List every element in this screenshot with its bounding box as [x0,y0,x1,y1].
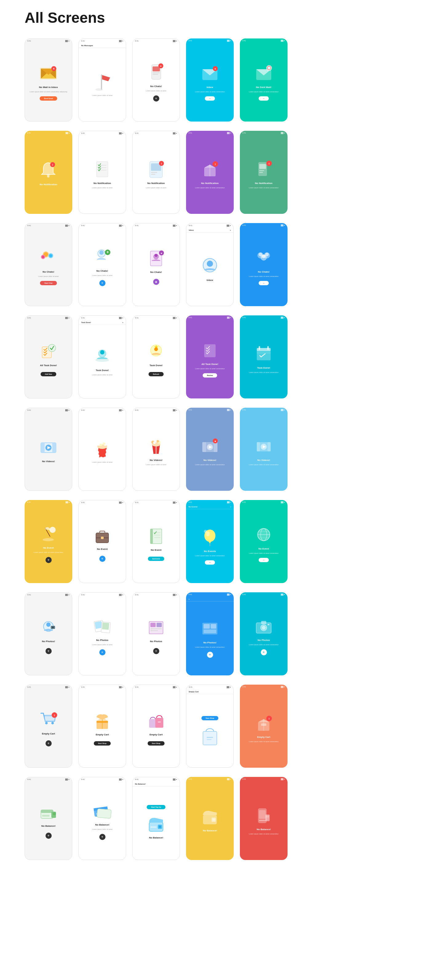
screen-desc: Lorem ipsum dolor sit amet consectetur [32,551,64,554]
card-empty-cart-orange: 9:41▓▓ ● ! Empty Cart Lorem ipsum [240,685,287,768]
fab-button[interactable]: + [153,95,159,102]
action-button[interactable]: ··· [205,96,215,100]
package-notification-illustration: ! [199,159,221,180]
svg-text:!: ! [269,717,270,720]
photo-viewer-illustration [199,618,221,640]
svg-point-165 [45,722,48,724]
phone-content: No Videos! Lorem ipsum dolor sit amet co… [240,412,287,491]
screen-title: No Event [151,549,162,552]
svg-rect-174 [155,718,163,728]
action-button[interactable]: ··· [259,558,269,562]
shopping-bags-illustration [146,710,167,731]
get-event-button[interactable]: Get Event [148,557,165,561]
card-no-balance-credit: 9:41▓▓ ● No Balance! Lorem ipsum dolor s… [78,777,126,860]
screen-title: No Balance! [257,828,271,831]
svg-rect-117 [268,442,271,451]
start-topup-button[interactable]: Start Top Up [147,805,165,809]
svg-point-77 [100,350,105,355]
status-bar: 9:41▓▓ ● [79,593,126,597]
fab-button[interactable]: + [46,557,52,563]
fab-button[interactable]: + [46,833,52,839]
action-button[interactable]: ··· [259,96,269,100]
svg-rect-149 [102,622,109,630]
fab-button[interactable]: + [46,740,52,746]
start-shop-button[interactable]: Start Shop [201,716,219,720]
fab-button[interactable]: + [99,834,105,840]
camera-man-illustration [38,617,59,638]
phone-content: ! No Notification Lorem ipsum dolor sit … [240,135,287,214]
screen-title: No Photos! [203,641,217,644]
start-shop-button[interactable]: Start Shop [148,741,165,746]
fab-button[interactable]: + [261,649,267,655]
photo-book-illustration [146,617,167,638]
screen-desc: Lorem ipsum dolor sit amet consectetur [247,187,279,189]
svg-point-145 [52,627,54,628]
phone-content: No Videos! Lorem ipsum dolor sit amet [133,412,179,490]
screen-desc: Lorem ipsum dolor sit amet consectetur [247,833,279,835]
phone-content: ! No Notification Lorem ipsum dolor sit … [186,135,234,214]
status-bar: 9:41▓▓ ● [133,777,179,781]
status-bar: 9:41▓▓ ● [79,316,126,320]
refresh-button[interactable]: Refresh [149,372,163,376]
screen-title: No Photos [258,639,270,642]
fab-button[interactable]: + [99,556,105,562]
svg-point-74 [48,344,56,352]
screen-desc: Lorem ipsum dolor sit amet consectetur [247,644,279,646]
screen-desc: Lorem ipsum dolor sit amet consectetur [194,464,226,466]
screen-title: No Notification [255,182,273,185]
bell-illustration: ! [38,160,59,181]
status-bar: 9:41▓▓ ● [133,131,179,135]
screen-desc: Lorem ipsum dolor sit amet [91,374,114,376]
screen-title: No Chats! [151,271,162,274]
status-bar: 9:41▓▓ ● [240,315,287,320]
row-5: 9:41▓▓ ● No Videos! [25,408,408,491]
fab-button[interactable]: + [207,652,213,658]
wallet-cards-illustration [38,801,59,823]
polaroids-illustration [92,616,113,637]
svg-rect-89 [52,443,56,453]
svg-rect-160 [261,621,266,624]
fab-button[interactable]: + [153,648,159,654]
status-bar: 9:41▓▓ ● [25,500,72,504]
svg-rect-203 [259,820,266,821]
cart-illustration: ! [38,709,59,730]
svg-text:!: ! [54,714,55,717]
screen-title: Inbox [207,279,213,282]
svg-rect-110 [214,442,217,452]
fab-button[interactable]: ● [153,279,159,285]
card-notification-purple: 9:41▓▓ ● ! No Notification Lorem ipsum d… [186,131,234,214]
phone-content: Lorem ipsum dolor sit amet [79,48,126,121]
start-button[interactable]: Send Email [40,96,57,100]
phone-content: Start Shop [186,694,233,767]
review-button[interactable]: Review [203,373,217,377]
fab-button[interactable]: + [99,649,105,655]
action-button[interactable]: ··· [205,560,215,565]
status-bar: 9:41▓▓ ● [25,408,72,412]
fab-button[interactable]: + [99,280,105,286]
svg-rect-85 [267,346,269,350]
phone-content: No Event + [79,504,126,583]
phone-content: ! Empty Cart Lorem ipsum dolor sit amet … [240,689,287,768]
card-no-event-globe: 9:41▓▓ ● No Event Lorem ipsum dolor sit … [240,500,287,583]
svg-rect-7 [101,75,102,90]
svg-point-120 [49,527,56,533]
add-new-button[interactable]: Add New [41,372,57,376]
phone-content: No Balance! Lorem ipsum dolor sit amet c… [240,781,287,860]
header-bar: + [186,597,234,601]
svg-point-8 [95,88,103,91]
screen-desc: Lorem ipsum dolor sit amet [144,90,167,92]
svg-rect-152 [157,623,162,627]
card-empty-cart-light: 9:41▓▓ ● ! Empty Cart + [25,685,72,768]
screen-desc: Lorem ipsum dolor sit amet consectetur [247,371,279,374]
action-button[interactable]: ··· [259,281,269,285]
svg-rect-151 [151,623,155,627]
row-3: 9:41▓▓ ● No Chats! Lorem ipsum do [25,223,408,306]
header-bar: No Messages [79,43,126,48]
screen-title: Empty Cart [42,732,55,735]
status-bar: 9:41▓▓ ● [186,131,234,135]
row-1: 9:41▓▓ ● × No Mail in Inbox [25,38,408,121]
start-chat-button[interactable]: Start Chat [40,281,57,285]
start-shop-button[interactable]: Start Shop [94,741,111,746]
phone-content: No Event Get Event [133,504,179,583]
fab-button[interactable]: + [46,648,52,654]
